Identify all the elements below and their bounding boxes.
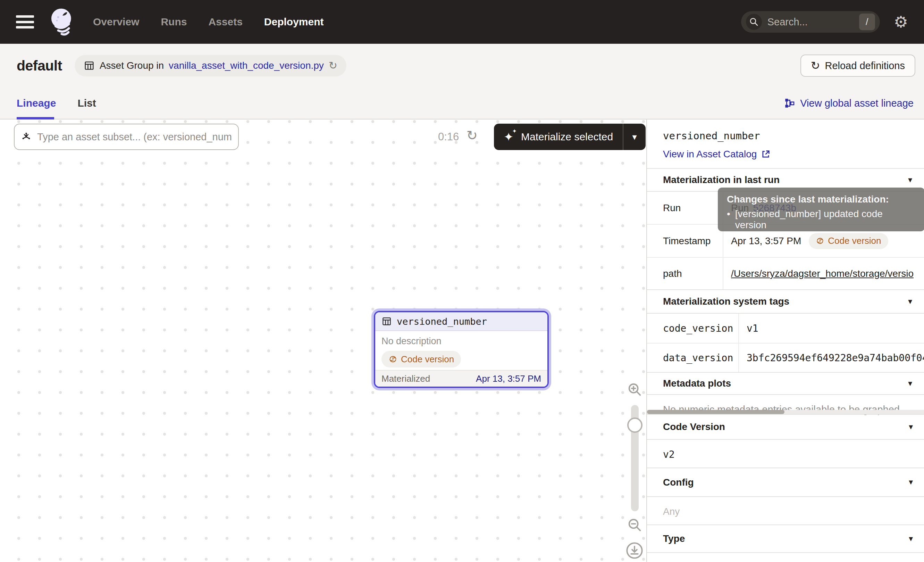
nav-assets[interactable]: Assets	[208, 16, 242, 28]
materialize-selected-button[interactable]: ✦✦ Materialize selected ▾	[494, 124, 646, 150]
materialized-time-link[interactable]: Apr 13, 3:57 PM	[476, 373, 541, 384]
collapse-caret-icon: ▼	[907, 176, 914, 184]
tooltip-bullet: •	[727, 209, 730, 231]
section-code-version[interactable]: Code Version ▼	[647, 414, 924, 439]
asset-group-prefix: Asset Group in	[100, 60, 164, 71]
main-content: Type an asset subset... (ex: versioned_n…	[0, 119, 924, 562]
table-row-code-version: code_version v1	[647, 313, 924, 343]
scrollbar-thumb[interactable]	[647, 410, 784, 414]
section-type[interactable]: Type ▼	[647, 524, 924, 553]
panel-horizontal-scrollbar[interactable]	[647, 410, 924, 414]
section-metadata-plots[interactable]: Metadata plots ▼	[647, 373, 924, 394]
nav-runs[interactable]: Runs	[161, 16, 187, 28]
graph-refresh-icon[interactable]: ↻	[466, 128, 478, 143]
op-selector-icon	[21, 131, 32, 143]
global-lineage-label: View global asset lineage	[800, 98, 914, 109]
code-version-badge: Code version	[381, 351, 461, 368]
table-row-data-version: data_version 3bfc269594ef649228e9a74bab0…	[647, 343, 924, 373]
collapse-caret-icon: ▼	[908, 535, 914, 543]
asset-node-title: versioned_number	[397, 316, 487, 327]
collapse-caret-icon: ▼	[907, 380, 914, 388]
type-section-title: Type	[663, 533, 685, 544]
search-icon	[746, 14, 762, 30]
collapse-caret-icon: ▼	[908, 478, 914, 486]
catalog-link-label: View in Asset Catalog	[663, 149, 757, 160]
section-materialization-system-tags[interactable]: Materialization system tags ▼	[647, 290, 924, 313]
asset-subset-filter-input[interactable]: Type an asset subset... (ex: versioned_n…	[14, 124, 239, 150]
section-config[interactable]: Config ▼	[647, 467, 924, 496]
search-placeholder: Search...	[768, 17, 859, 28]
top-navigation-bar: Overview Runs Assets Deployment Search..…	[0, 0, 924, 44]
zoom-in-icon[interactable]	[627, 382, 643, 398]
collapse-caret-icon: ▼	[907, 298, 914, 306]
asset-node-description: No description	[381, 336, 541, 347]
refresh-icon[interactable]: ↻	[329, 60, 338, 71]
metadata-plots-section-title: Metadata plots	[663, 378, 731, 389]
tab-list[interactable]: List	[77, 97, 96, 109]
config-section-title: Config	[663, 477, 694, 488]
lineage-graph-canvas[interactable]: Type an asset subset... (ex: versioned_n…	[0, 119, 646, 562]
zoom-slider[interactable]	[631, 405, 639, 511]
path-link[interactable]: /Users/sryza/dagster_home/storage/versio	[731, 268, 914, 279]
asset-detail-panel: versioned_number View in Asset Catalog M…	[646, 119, 924, 562]
zoom-out-icon[interactable]	[627, 517, 643, 533]
nav-deployment[interactable]: Deployment	[264, 16, 324, 28]
code-version-section-title: Code Version	[663, 421, 725, 433]
download-graph-icon[interactable]	[626, 541, 644, 560]
active-tab-underline	[16, 117, 54, 119]
last-run-section-title: Materialization in last run	[663, 174, 780, 185]
code-version-value: v1	[739, 314, 924, 343]
asset-table-icon	[381, 316, 392, 326]
config-value: Any	[647, 496, 924, 524]
timestamp-label: Timestamp	[647, 225, 723, 257]
dagster-app: Overview Runs Assets Deployment Search..…	[0, 0, 924, 562]
panel-asset-title: versioned_number	[663, 130, 908, 142]
path-label: path	[647, 258, 723, 289]
code-version-current-value: v2	[647, 439, 924, 467]
page-header: default Asset Group in vanilla_asset_wit…	[0, 44, 924, 87]
lineage-icon	[784, 98, 795, 109]
asset-group-pill: Asset Group in vanilla_asset_with_code_v…	[75, 55, 346, 77]
hamburger-menu-icon[interactable]	[16, 15, 34, 29]
sparkle-icon: ✦✦	[504, 130, 516, 144]
global-search-input[interactable]: Search... /	[741, 11, 880, 33]
zoom-slider-handle[interactable]	[627, 418, 642, 433]
materialize-main-segment[interactable]: ✦✦ Materialize selected	[494, 124, 623, 150]
materialized-label: Materialized	[381, 373, 430, 384]
external-link-icon	[761, 149, 771, 159]
asset-node-versioned-number[interactable]: versioned_number No description Code ver…	[374, 311, 549, 388]
tooltip-change-item: [versioned_number] updated code version	[735, 209, 916, 231]
primary-nav: Overview Runs Assets Deployment	[93, 16, 324, 28]
search-shortcut-key: /	[859, 14, 875, 30]
materialize-dropdown-caret[interactable]: ▾	[623, 124, 646, 150]
reload-definitions-button[interactable]: ↻ Reload definitions	[800, 54, 915, 77]
asset-group-grid-icon	[84, 60, 95, 71]
asset-node-footer: Materialized Apr 13, 3:57 PM	[375, 370, 548, 386]
page-title: default	[16, 58, 62, 74]
materialize-label: Materialize selected	[521, 131, 613, 143]
dagster-logo[interactable]	[49, 7, 76, 36]
code-version-badge-label: Code version	[401, 354, 454, 365]
gear-icon[interactable]: ⚙	[894, 14, 908, 30]
panel-header: versioned_number View in Asset Catalog	[647, 119, 924, 168]
tooltip-title: Changes since last materialization:	[727, 194, 916, 205]
code-version-changed-icon	[388, 355, 398, 364]
timestamp-text: Apr 13, 3:57 PM	[731, 236, 801, 246]
reload-icon: ↻	[811, 60, 820, 71]
asset-group-file-link[interactable]: vanilla_asset_with_code_version.py	[169, 60, 324, 71]
timestamp-code-version-badge: Code version	[809, 233, 888, 249]
filter-placeholder: Type an asset subset... (ex: versioned_n…	[37, 131, 232, 143]
tab-lineage[interactable]: Lineage	[16, 97, 56, 109]
view-in-asset-catalog-link[interactable]: View in Asset Catalog	[663, 149, 771, 160]
system-tags-section-title: Materialization system tags	[663, 296, 789, 307]
code-version-changed-icon	[816, 236, 824, 245]
run-label: Run	[647, 192, 723, 224]
auto-refresh-timer: 0:16	[438, 131, 459, 143]
timestamp-badge-label: Code version	[828, 236, 881, 246]
system-tags-table: code_version v1 data_version 3bfc269594e…	[647, 313, 924, 373]
view-global-asset-lineage-link[interactable]: View global asset lineage	[784, 87, 914, 119]
data-version-key: data_version	[647, 344, 739, 372]
table-row-path: path /Users/sryza/dagster_home/storage/v…	[647, 257, 924, 290]
nav-overview[interactable]: Overview	[93, 16, 139, 28]
reload-definitions-label: Reload definitions	[825, 60, 905, 72]
